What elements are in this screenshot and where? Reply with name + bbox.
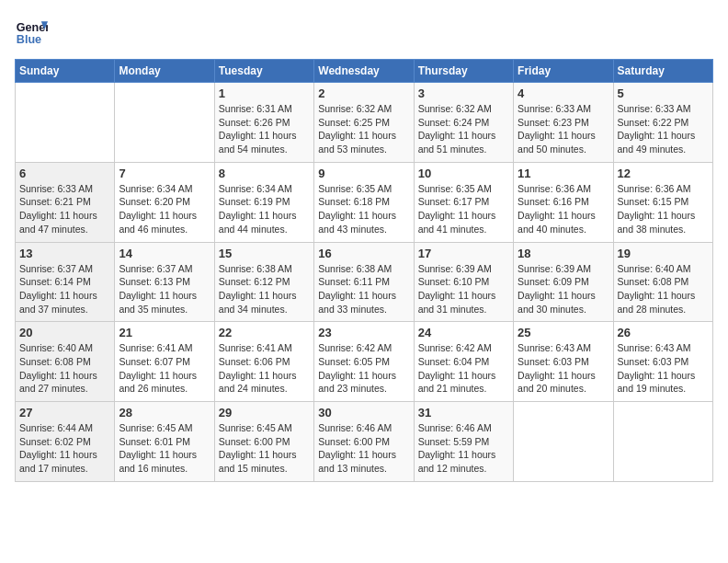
day-number: 22 (219, 326, 310, 339)
calendar-cell: 8Sunrise: 6:34 AM Sunset: 6:19 PM Daylig… (214, 162, 313, 242)
day-detail: Sunrise: 6:32 AM Sunset: 6:24 PM Dayligh… (418, 102, 509, 156)
day-detail: Sunrise: 6:45 AM Sunset: 6:00 PM Dayligh… (219, 421, 310, 476)
calendar-cell: 15Sunrise: 6:38 AM Sunset: 6:12 PM Dayli… (214, 242, 313, 322)
calendar-header-row: SundayMondayTuesdayWednesdayThursdayFrid… (16, 60, 713, 83)
day-number: 21 (119, 326, 210, 339)
calendar-cell: 31Sunrise: 6:46 AM Sunset: 5:59 PM Dayli… (414, 402, 513, 482)
day-number: 12 (618, 167, 709, 180)
calendar-cell: 25Sunrise: 6:43 AM Sunset: 6:03 PM Dayli… (514, 322, 613, 402)
logo: General Blue (15, 15, 53, 48)
calendar-cell (16, 83, 115, 163)
calendar-cell: 21Sunrise: 6:41 AM Sunset: 6:07 PM Dayli… (115, 322, 214, 402)
col-header-monday: Monday (115, 60, 214, 83)
day-number: 11 (518, 167, 609, 180)
svg-text:Blue: Blue (17, 33, 41, 46)
day-detail: Sunrise: 6:37 AM Sunset: 6:13 PM Dayligh… (119, 262, 210, 316)
week-row-1: 1Sunrise: 6:31 AM Sunset: 6:26 PM Daylig… (16, 83, 713, 163)
calendar-cell: 13Sunrise: 6:37 AM Sunset: 6:14 PM Dayli… (16, 242, 115, 322)
day-detail: Sunrise: 6:46 AM Sunset: 6:00 PM Dayligh… (318, 421, 409, 476)
col-header-wednesday: Wednesday (314, 60, 414, 83)
calendar-cell (613, 402, 712, 482)
week-row-5: 27Sunrise: 6:44 AM Sunset: 6:02 PM Dayli… (16, 402, 713, 482)
day-detail: Sunrise: 6:34 AM Sunset: 6:19 PM Dayligh… (219, 182, 310, 236)
day-number: 29 (219, 406, 310, 419)
calendar-cell: 6Sunrise: 6:33 AM Sunset: 6:21 PM Daylig… (16, 162, 115, 242)
calendar-cell: 16Sunrise: 6:38 AM Sunset: 6:11 PM Dayli… (314, 242, 414, 322)
day-detail: Sunrise: 6:46 AM Sunset: 5:59 PM Dayligh… (418, 421, 509, 476)
day-detail: Sunrise: 6:36 AM Sunset: 6:15 PM Dayligh… (618, 182, 709, 236)
col-header-thursday: Thursday (414, 60, 513, 83)
calendar-cell: 9Sunrise: 6:35 AM Sunset: 6:18 PM Daylig… (314, 162, 414, 242)
day-number: 8 (219, 167, 310, 180)
day-number: 20 (19, 326, 110, 339)
day-number: 23 (318, 326, 409, 339)
calendar-body: 1Sunrise: 6:31 AM Sunset: 6:26 PM Daylig… (16, 83, 713, 482)
day-number: 10 (418, 167, 509, 180)
col-header-friday: Friday (514, 60, 613, 83)
calendar-cell: 5Sunrise: 6:33 AM Sunset: 6:22 PM Daylig… (613, 83, 712, 163)
day-detail: Sunrise: 6:40 AM Sunset: 6:08 PM Dayligh… (19, 341, 110, 396)
day-number: 24 (418, 326, 509, 339)
day-detail: Sunrise: 6:41 AM Sunset: 6:06 PM Dayligh… (219, 341, 310, 396)
day-detail: Sunrise: 6:38 AM Sunset: 6:11 PM Dayligh… (318, 262, 409, 316)
day-number: 18 (518, 247, 609, 260)
day-detail: Sunrise: 6:34 AM Sunset: 6:20 PM Dayligh… (119, 182, 210, 236)
calendar-cell: 30Sunrise: 6:46 AM Sunset: 6:00 PM Dayli… (314, 402, 414, 482)
calendar-cell: 10Sunrise: 6:35 AM Sunset: 6:17 PM Dayli… (414, 162, 513, 242)
day-detail: Sunrise: 6:33 AM Sunset: 6:23 PM Dayligh… (518, 102, 609, 156)
calendar-cell (115, 83, 214, 163)
week-row-4: 20Sunrise: 6:40 AM Sunset: 6:08 PM Dayli… (16, 322, 713, 402)
day-detail: Sunrise: 6:41 AM Sunset: 6:07 PM Dayligh… (119, 341, 210, 396)
day-number: 19 (618, 247, 709, 260)
calendar-cell: 4Sunrise: 6:33 AM Sunset: 6:23 PM Daylig… (514, 83, 613, 163)
day-number: 2 (318, 86, 409, 100)
day-number: 17 (418, 247, 509, 260)
day-detail: Sunrise: 6:43 AM Sunset: 6:03 PM Dayligh… (518, 341, 609, 396)
calendar-cell: 20Sunrise: 6:40 AM Sunset: 6:08 PM Dayli… (16, 322, 115, 402)
page-header: General Blue (15, 15, 713, 48)
calendar-cell: 28Sunrise: 6:45 AM Sunset: 6:01 PM Dayli… (115, 402, 214, 482)
day-number: 1 (219, 86, 310, 100)
day-detail: Sunrise: 6:42 AM Sunset: 6:05 PM Dayligh… (318, 341, 409, 396)
day-detail: Sunrise: 6:31 AM Sunset: 6:26 PM Dayligh… (219, 102, 310, 156)
calendar-cell: 11Sunrise: 6:36 AM Sunset: 6:16 PM Dayli… (514, 162, 613, 242)
day-number: 9 (318, 167, 409, 180)
calendar-cell: 26Sunrise: 6:43 AM Sunset: 6:03 PM Dayli… (613, 322, 712, 402)
calendar-cell: 1Sunrise: 6:31 AM Sunset: 6:26 PM Daylig… (214, 83, 313, 163)
calendar-cell: 17Sunrise: 6:39 AM Sunset: 6:10 PM Dayli… (414, 242, 513, 322)
logo-icon: General Blue (15, 15, 48, 48)
week-row-3: 13Sunrise: 6:37 AM Sunset: 6:14 PM Dayli… (16, 242, 713, 322)
day-number: 16 (318, 247, 409, 260)
day-detail: Sunrise: 6:43 AM Sunset: 6:03 PM Dayligh… (618, 341, 709, 396)
day-number: 4 (518, 86, 609, 100)
day-number: 6 (19, 167, 110, 180)
day-number: 27 (19, 406, 110, 419)
day-number: 14 (119, 247, 210, 260)
calendar-cell: 19Sunrise: 6:40 AM Sunset: 6:08 PM Dayli… (613, 242, 712, 322)
day-number: 15 (219, 247, 310, 260)
calendar-cell: 23Sunrise: 6:42 AM Sunset: 6:05 PM Dayli… (314, 322, 414, 402)
calendar-cell: 22Sunrise: 6:41 AM Sunset: 6:06 PM Dayli… (214, 322, 313, 402)
day-detail: Sunrise: 6:39 AM Sunset: 6:10 PM Dayligh… (418, 262, 509, 316)
day-number: 26 (618, 326, 709, 339)
calendar-cell: 27Sunrise: 6:44 AM Sunset: 6:02 PM Dayli… (16, 402, 115, 482)
day-detail: Sunrise: 6:35 AM Sunset: 6:18 PM Dayligh… (318, 182, 409, 236)
calendar-cell: 12Sunrise: 6:36 AM Sunset: 6:15 PM Dayli… (613, 162, 712, 242)
calendar-cell (514, 402, 613, 482)
day-detail: Sunrise: 6:44 AM Sunset: 6:02 PM Dayligh… (19, 421, 110, 476)
day-detail: Sunrise: 6:37 AM Sunset: 6:14 PM Dayligh… (19, 262, 110, 316)
day-number: 25 (518, 326, 609, 339)
calendar-cell: 7Sunrise: 6:34 AM Sunset: 6:20 PM Daylig… (115, 162, 214, 242)
day-number: 13 (19, 247, 110, 260)
calendar-cell: 3Sunrise: 6:32 AM Sunset: 6:24 PM Daylig… (414, 83, 513, 163)
calendar-cell: 18Sunrise: 6:39 AM Sunset: 6:09 PM Dayli… (514, 242, 613, 322)
col-header-tuesday: Tuesday (214, 60, 313, 83)
day-detail: Sunrise: 6:42 AM Sunset: 6:04 PM Dayligh… (418, 341, 509, 396)
col-header-sunday: Sunday (16, 60, 115, 83)
day-detail: Sunrise: 6:35 AM Sunset: 6:17 PM Dayligh… (418, 182, 509, 236)
col-header-saturday: Saturday (613, 60, 712, 83)
day-number: 7 (119, 167, 210, 180)
day-detail: Sunrise: 6:40 AM Sunset: 6:08 PM Dayligh… (618, 262, 709, 316)
day-detail: Sunrise: 6:39 AM Sunset: 6:09 PM Dayligh… (518, 262, 609, 316)
calendar-cell: 14Sunrise: 6:37 AM Sunset: 6:13 PM Dayli… (115, 242, 214, 322)
